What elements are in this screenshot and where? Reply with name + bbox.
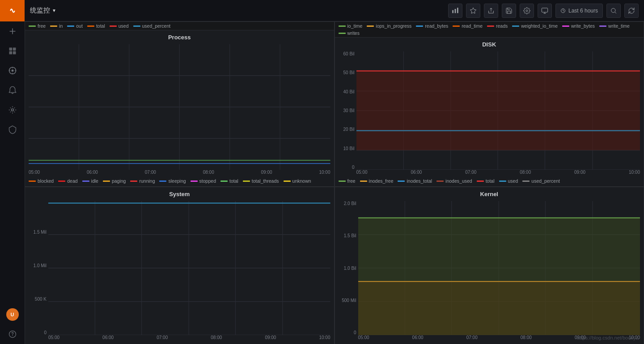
- svg-rect-9: [452, 10, 453, 13]
- li-disk-used: used: [499, 178, 518, 184]
- dashboard-grid: free in out total used used_percent Proc…: [25, 21, 644, 344]
- panel-disk-chart: 60 Bil 50 Bil 40 Bil 30 Bil 20 Bil 10 Bi…: [335, 50, 644, 170]
- li-inodes-used: inodes_used: [436, 178, 472, 184]
- li-read-bytes: read_bytes: [416, 23, 448, 29]
- svg-rect-11: [457, 8, 458, 13]
- li-dead: dead: [58, 178, 77, 184]
- main-content: 统监控 ▼ Last 6 hours: [25, 0, 644, 344]
- li-inodes-free: inodes_free: [360, 178, 394, 184]
- sidebar-item-alerts[interactable]: [0, 80, 25, 100]
- svg-point-15: [611, 8, 615, 12]
- panel-process-title: Process: [25, 30, 334, 42]
- svg-point-12: [526, 10, 528, 12]
- li-write-bytes: write_bytes: [562, 23, 595, 29]
- panel-process-legend: blocked dead idle paging running sleepin…: [25, 176, 334, 186]
- sidebar-item-settings[interactable]: [0, 100, 25, 120]
- li-iops: iops_in_progress: [367, 23, 411, 29]
- refresh-button[interactable]: [624, 4, 639, 18]
- panel-disk-legend: free inodes_free inodes_total inodes_use…: [335, 176, 644, 186]
- svg-rect-13: [542, 8, 547, 12]
- legend-in: in: [50, 23, 63, 29]
- li-total: total: [220, 178, 238, 184]
- panel-disk: io_time iops_in_progress read_bytes read…: [335, 21, 644, 187]
- sidebar-item-help[interactable]: [0, 324, 25, 344]
- chart-type-button[interactable]: [448, 4, 462, 18]
- panel-system-legend: load1 load5 load15 ncups n_users uptime: [25, 341, 334, 344]
- panel-disk-title: DISK: [335, 38, 644, 50]
- svg-point-6: [11, 70, 13, 72]
- legend-used: used: [110, 23, 129, 29]
- li-unknown: unknown: [284, 178, 311, 184]
- search-button[interactable]: [606, 4, 621, 18]
- svg-rect-2: [13, 48, 16, 51]
- li-disk-total: total: [477, 178, 495, 184]
- li-io-time: io_time: [339, 23, 363, 29]
- li-stopped: stopped: [191, 178, 216, 184]
- save-button[interactable]: [502, 4, 516, 18]
- legend-total: total: [87, 23, 105, 29]
- sidebar: U: [0, 0, 25, 344]
- li-inodes-total: inodes_total: [398, 178, 432, 184]
- disk-chart-svg: [356, 51, 640, 170]
- time-range-label: Last 6 hours: [568, 8, 598, 14]
- panel-system-chart: 1.5 Mil 1.0 Mil 500 K 0: [25, 199, 334, 335]
- legend-out: out: [67, 23, 83, 29]
- li-weighted: weighted_io_time: [512, 23, 558, 29]
- li-idle: idle: [82, 178, 98, 184]
- share-button[interactable]: [484, 4, 498, 18]
- panel-process: free in out total used used_percent Proc…: [25, 21, 335, 187]
- star-button[interactable]: [466, 4, 480, 18]
- li-paging: paging: [103, 178, 126, 184]
- time-range-button[interactable]: Last 6 hours: [555, 4, 603, 18]
- li-reads: reads: [487, 23, 508, 29]
- system-chart-svg: [48, 201, 330, 335]
- li-read-time: read_time: [453, 23, 483, 29]
- app-logo[interactable]: [0, 0, 25, 21]
- li-sleeping: sleeping: [159, 178, 186, 184]
- panel-kernel-title: Kernel: [335, 187, 644, 199]
- li-write-time: write_time: [599, 23, 630, 29]
- legend-used-pct: used_percent: [133, 23, 171, 29]
- panel-kernel: Kernel 2.0 Bil 1.5 Bil 1.0 Bil 500 Mil 0: [335, 187, 644, 344]
- svg-point-7: [11, 109, 13, 111]
- dashboard-title[interactable]: 统监控 ▼: [30, 6, 56, 15]
- kernel-chart-svg: [358, 201, 640, 335]
- svg-rect-3: [9, 51, 12, 55]
- li-blocked: blocked: [29, 178, 54, 184]
- svg-rect-4: [13, 51, 16, 55]
- process-chart-svg: [29, 44, 330, 170]
- panel-system-title: System: [25, 187, 334, 199]
- legend-free: free: [29, 23, 46, 29]
- li-writes: writes: [339, 30, 360, 36]
- gear-button[interactable]: [520, 4, 534, 18]
- li-running: running: [130, 178, 155, 184]
- avatar-initials: U: [6, 308, 19, 321]
- panel-kernel-legend: boot_time context_switches entropy_avail…: [335, 341, 644, 344]
- topbar: 统监控 ▼ Last 6 hours: [25, 0, 644, 21]
- panel-kernel-chart: 2.0 Bil 1.5 Bil 1.0 Bil 500 Mil 0: [335, 199, 644, 335]
- li-disk-used-pct: used_percent: [522, 178, 560, 184]
- title-text: 统监控: [30, 6, 50, 15]
- svg-rect-62: [358, 281, 640, 335]
- li-disk-free: free: [339, 178, 356, 184]
- url-watermark: https://blog.csdn.net/boonya: [577, 335, 639, 340]
- user-avatar[interactable]: U: [0, 305, 25, 324]
- svg-rect-10: [455, 9, 456, 13]
- li-total-threads: total_threads: [243, 178, 279, 184]
- svg-rect-37: [356, 71, 640, 151]
- panel-system: System 1.5 Mil 1.0 Mil 500 K 0: [25, 187, 335, 344]
- panel-process-chart: [25, 42, 334, 170]
- sidebar-item-dashboard[interactable]: [0, 41, 25, 61]
- chevron-down-icon: ▼: [52, 8, 56, 13]
- sidebar-item-add[interactable]: [0, 21, 25, 41]
- sidebar-item-shield[interactable]: [0, 120, 25, 139]
- svg-rect-1: [9, 48, 12, 51]
- sidebar-item-explore[interactable]: [0, 61, 25, 80]
- monitor-button[interactable]: [538, 4, 552, 18]
